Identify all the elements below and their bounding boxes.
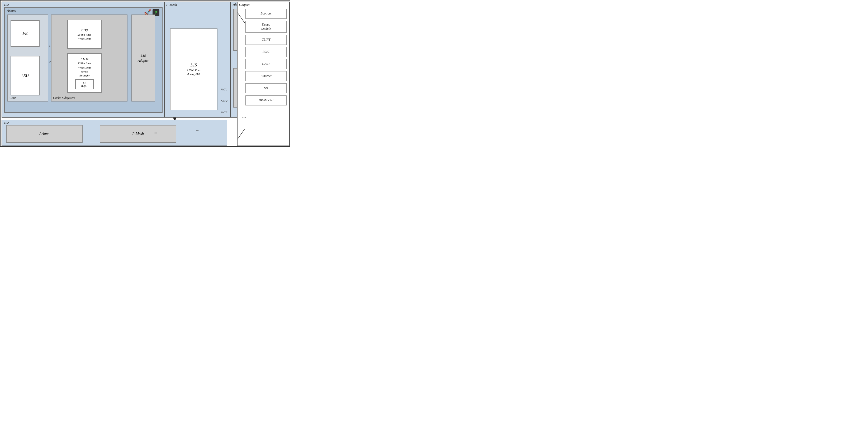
tile-topleft-label: Tile (4, 3, 9, 7)
diagonal-lines-svg (238, 2, 245, 146)
st-buffer-label: STBuffer (81, 81, 88, 88)
chipset-item-plic: PLIC (245, 47, 287, 57)
noc2-side-label: NoC 2 (221, 99, 227, 102)
chipset-item-clint: CLINT (245, 35, 287, 45)
tile-topleft: Tile Ariane 🚀 P FE LSU Core AMO LD PTW S… (2, 2, 189, 117)
noc1-side-label: NoC 1 (221, 88, 227, 91)
tile-topright-label: Tile (232, 3, 238, 7)
l15-detail2: 4 way, 8kB (187, 72, 200, 76)
chipset-item-ethernet: Ethernet (245, 71, 287, 81)
chipset-item-uart: UART (245, 59, 287, 69)
noc-labels-left: NoC 1 NoC 2 NoC 3 (221, 84, 227, 118)
core-box: FE LSU Core (7, 14, 48, 101)
l1d-title: L1D$ (81, 57, 88, 61)
dots-label-2: ... (154, 129, 157, 135)
l1d-detail3: (write (81, 70, 88, 73)
pmesh-bottom-block: P-Mesh (100, 125, 176, 143)
fe-block: FE (10, 20, 39, 47)
noc3-side-label: NoC 3 (221, 111, 227, 114)
l1i-block: L1I$ 256bit lines 4 way, 8kB (67, 20, 102, 49)
tile-bottom-label: Tile (4, 121, 9, 125)
ariane-box-label: Ariane (7, 8, 16, 13)
l15adapter-block: L15Adapter (131, 14, 155, 101)
diagram-container: Tile Ariane 🚀 P FE LSU Core AMO LD PTW S… (0, 0, 290, 147)
svg-line-19 (238, 129, 245, 139)
l15-block: L15 128bit lines 4 way, 8kB (170, 29, 217, 110)
tile-bottom: Tile Ariane P-Mesh (2, 120, 227, 146)
l1d-detail4: through) (80, 73, 90, 77)
l15-title: L15 (190, 62, 197, 68)
l1d-detail1: 128bit lines (78, 61, 91, 65)
ariane-bottom-block: Ariane (6, 125, 83, 143)
chipset-item-debug-module: DebugModule (245, 21, 287, 33)
l1i-detail1: 256bit lines (78, 33, 91, 37)
l1d-block: L1D$ 128bit lines 4 way, 8kB (write thro… (67, 53, 102, 93)
st-buffer-block: STBuffer (75, 79, 94, 89)
cache-subsystem-box: L1I$ 256bit lines 4 way, 8kB L1D$ 128bit… (51, 14, 127, 101)
ariane-box: Ariane 🚀 P FE LSU Core AMO LD PTW ST (4, 7, 162, 113)
svg-line-18 (238, 13, 245, 23)
chipset-item-sd: SD (245, 83, 287, 93)
l1d-detail2: 4 way, 8kB (78, 66, 91, 70)
l15-detail1: 128bit lines (187, 68, 200, 72)
core-label: Core (9, 96, 16, 100)
dots-label-3: ... (242, 114, 246, 120)
l1i-title: L1I$ (81, 28, 88, 33)
chipset-items: Bootrom DebugModule CLINT PLIC UART Ethe… (245, 9, 287, 105)
pmesh-top-label: P-Mesh (166, 3, 177, 7)
chipset-item-dram-ctrl: DRAM Ctrl (245, 95, 287, 105)
chipset-col: Chipset Bootrom DebugModule CLINT PLIC U… (237, 2, 290, 146)
cache-subsystem-label: Cache Subsystem (53, 96, 75, 100)
lsu-block: LSU (10, 56, 39, 95)
chipset-item-bootrom: Bootrom (245, 9, 287, 19)
l15adapter-label: L15Adapter (138, 53, 149, 63)
l1i-detail2: 4 way, 8kB (78, 37, 91, 41)
dots-label-1: ... (196, 127, 199, 133)
